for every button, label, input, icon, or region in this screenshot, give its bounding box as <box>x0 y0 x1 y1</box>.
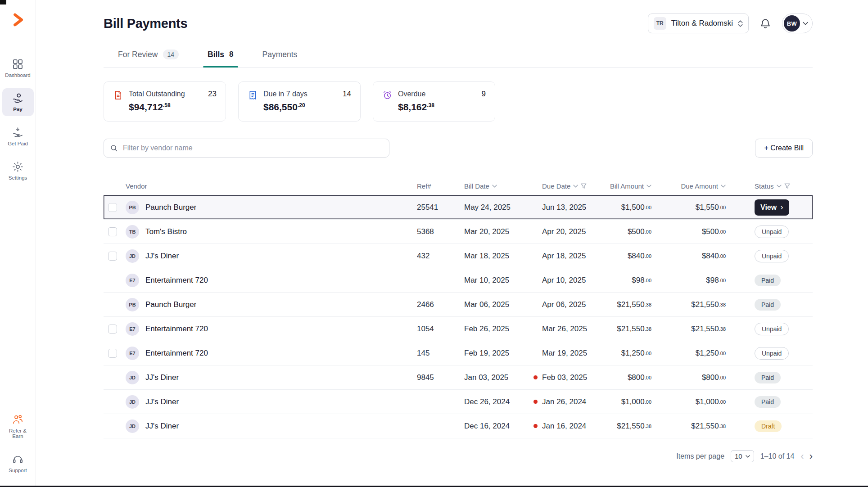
sidebar-item-dashboard[interactable]: Dashboard <box>2 54 34 82</box>
topbar: Bill Payments TR Tilton & Radomski BW <box>104 14 813 33</box>
bill-amount-cell: $98.00 <box>605 276 652 285</box>
sidebar-nav: Dashboard Pay Get Paid Settings <box>2 54 34 185</box>
checkbox-cell <box>104 203 126 212</box>
sidebar-item-pay[interactable]: Pay <box>2 88 34 116</box>
sidebar-item-refer-earn[interactable]: Refer & Earn <box>2 410 34 443</box>
summary-cards: Total Outstanding 23 $94,712.58 Due in 7… <box>104 81 813 122</box>
bill-amount-cell: $1,250.00 <box>605 349 652 358</box>
due-date-cell: Apr 18, 2025 <box>531 252 605 261</box>
table-row[interactable]: E7 Entertainment 720 1054 Feb 26, 2025 M… <box>104 317 813 341</box>
bill-date-cell: Dec 26, 2024 <box>461 397 531 406</box>
column-header-bill-date[interactable]: Bill Date <box>461 182 531 190</box>
tab-label: For Review <box>118 50 158 59</box>
table-row[interactable]: JD JJ's Diner Dec 16, 2024 Jan 16, 2024 … <box>104 414 813 438</box>
create-bill-button[interactable]: + Create Bill <box>755 139 813 158</box>
user-menu[interactable]: BW <box>782 14 813 33</box>
table-row[interactable]: TB Tom's Bistro 5368 Mar 20, 2025 Apr 20… <box>104 220 813 244</box>
row-checkbox[interactable] <box>108 203 117 212</box>
sidebar-item-label: Dashboard <box>5 72 30 78</box>
column-header-due-amount[interactable]: Due Amount <box>652 182 727 190</box>
bill-date-cell: Mar 10, 2025 <box>461 276 531 285</box>
tab-bills[interactable]: Bills 8 <box>208 50 233 67</box>
due-amount-cell: $21,550.38 <box>652 300 727 309</box>
get-paid-icon <box>12 126 24 139</box>
checkbox-cell <box>104 349 126 358</box>
due-date-cell: Apr 10, 2025 <box>531 276 605 285</box>
row-checkbox[interactable] <box>108 227 117 236</box>
status-cell: Draft <box>727 420 813 432</box>
page-size-select[interactable]: 10 <box>731 450 754 462</box>
vendor-filter-input[interactable] <box>104 139 389 158</box>
sidebar-item-get-paid[interactable]: Get Paid <box>2 122 34 150</box>
row-checkbox[interactable] <box>108 325 117 334</box>
status-cell: Paid <box>727 275 813 286</box>
tab-for-review[interactable]: For Review 14 <box>118 50 179 67</box>
prev-page-button[interactable]: ‹ <box>800 451 804 461</box>
checkbox-cell <box>104 397 126 406</box>
next-page-button[interactable]: › <box>809 451 813 461</box>
notifications-button[interactable] <box>758 16 773 31</box>
sidebar-item-settings[interactable]: Settings <box>2 157 34 185</box>
due-date-cell: Mar 26, 2025 <box>531 325 605 334</box>
dashboard-icon <box>12 58 24 70</box>
status-cell: Paid <box>727 299 813 311</box>
ref-cell: 145 <box>411 349 461 358</box>
bill-date-cell: May 24, 2025 <box>461 203 531 212</box>
due-amount-cell: $1,000.00 <box>652 397 727 406</box>
row-checkbox[interactable] <box>108 252 117 261</box>
checkbox-cell <box>104 373 126 382</box>
sidebar-item-label: Get Paid <box>8 141 28 146</box>
table-row[interactable]: E7 Entertainment 720 Mar 10, 2025 Apr 10… <box>104 268 813 293</box>
bills-table-body: PB Paunch Burger 25541 May 24, 2025 Jun … <box>104 195 813 438</box>
tab-label: Payments <box>262 50 298 59</box>
app-logo[interactable] <box>10 12 26 28</box>
vendor-avatar: E7 <box>126 274 139 287</box>
card-amount: $86,550.20 <box>263 102 351 113</box>
table-row[interactable]: PB Paunch Burger 2466 Mar 06, 2025 Apr 0… <box>104 293 813 317</box>
company-selector[interactable]: TR Tilton & Radomski <box>648 14 749 33</box>
column-header-vendor: Vendor <box>126 182 411 190</box>
invoice-icon <box>248 90 258 100</box>
status-cell: Unpaid <box>727 225 813 238</box>
column-header-due-date[interactable]: Due Date <box>531 182 605 190</box>
column-header-bill-amount[interactable]: Bill Amount <box>605 182 652 190</box>
table-row[interactable]: JD JJ's Diner 432 Mar 18, 2025 Apr 18, 2… <box>104 244 813 268</box>
status-cell: View› <box>727 199 813 216</box>
table-row[interactable]: PB Paunch Burger 25541 May 24, 2025 Jun … <box>104 195 813 220</box>
table-row[interactable]: E7 Entertainment 720 145 Feb 19, 2025 Ma… <box>104 341 813 365</box>
card-amount: $8,162.38 <box>398 102 486 113</box>
due-date-text: Jan 26, 2024 <box>542 397 586 406</box>
due-amount-cell: $1,250.00 <box>652 349 727 358</box>
vendor-name: Entertainment 720 <box>145 325 208 334</box>
bill-date-cell: Feb 19, 2025 <box>461 349 531 358</box>
row-checkbox[interactable] <box>108 349 117 358</box>
ref-cell: 5368 <box>411 227 461 236</box>
due-date-cell: Feb 03, 2025 <box>531 373 605 382</box>
column-header-status[interactable]: Status <box>727 182 813 190</box>
tab-payments[interactable]: Payments <box>262 50 298 67</box>
view-button[interactable]: View› <box>755 199 789 216</box>
table-row[interactable]: JD JJ's Diner Dec 26, 2024 Jan 26, 2024 … <box>104 390 813 414</box>
refer-earn-icon <box>12 414 24 426</box>
status-badge: Paid <box>755 372 781 383</box>
sidebar-item-label: Settings <box>9 175 27 180</box>
vendor-avatar: JD <box>126 419 139 433</box>
checkbox-cell <box>104 227 126 236</box>
overdue-dot <box>533 375 538 379</box>
document-icon <box>113 90 123 100</box>
status-badge: Draft <box>755 420 782 432</box>
items-per-page-label: Items per page <box>676 452 724 460</box>
status-cell: Unpaid <box>727 323 813 335</box>
bill-amount-cell: $800.00 <box>605 373 652 382</box>
status-cell: Paid <box>727 372 813 383</box>
card-count: 23 <box>208 90 217 99</box>
table-row[interactable]: JD JJ's Diner 9845 Jan 03, 2025 Feb 03, … <box>104 365 813 390</box>
sidebar-item-support[interactable]: Support <box>2 449 34 477</box>
vendor-cell: JD JJ's Diner <box>126 419 411 433</box>
bills-table: Vendor Ref# Bill Date Due Date Bill Amou… <box>104 177 813 438</box>
table-header-row: Vendor Ref# Bill Date Due Date Bill Amou… <box>104 177 813 195</box>
vendor-name: Tom's Bistro <box>145 227 187 236</box>
vendor-avatar: E7 <box>126 347 139 360</box>
status-badge: Paid <box>755 299 781 311</box>
bill-amount-cell: $21,550.38 <box>605 422 652 431</box>
